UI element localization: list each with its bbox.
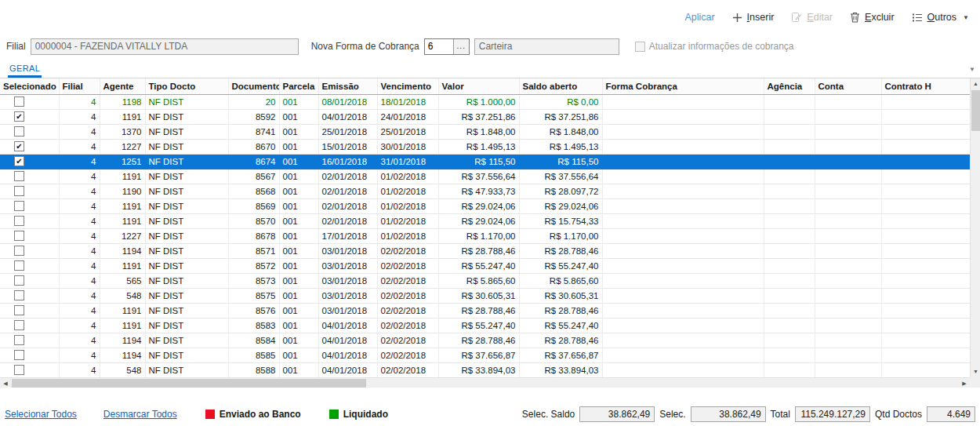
cell-conta — [815, 198, 881, 213]
cell-selecionado — [0, 318, 59, 333]
cell-contrato — [881, 288, 970, 303]
cell-valor: R$ 1.848,00 — [438, 124, 519, 139]
apply-button[interactable]: Aplicar — [684, 12, 714, 23]
others-button[interactable]: Outros ▼ — [912, 12, 969, 23]
row-checkbox[interactable] — [14, 260, 24, 271]
column-header-tipo_docto[interactable]: Tipo Docto — [145, 78, 228, 94]
cell-contrato — [881, 273, 970, 288]
lookup-button[interactable]: ... — [453, 39, 469, 54]
v-scrollbar[interactable]: ▲ ▼ — [970, 78, 980, 377]
cell-contrato — [881, 213, 970, 228]
atualizar-checkbox[interactable] — [635, 42, 645, 52]
column-header-saldo_aberto[interactable]: Saldo aberto — [519, 78, 602, 94]
table-row[interactable]: 41198NF DIST2000108/01/201818/01/2018R$ … — [0, 94, 970, 109]
scroll-up-icon[interactable]: ▲ — [971, 78, 980, 89]
table-row[interactable]: 41191NF DIST856900102/01/201801/02/2018R… — [0, 198, 970, 213]
column-header-valor[interactable]: Valor — [438, 78, 519, 94]
row-checkbox[interactable]: ✔ — [14, 111, 24, 122]
v-scroll-thumb[interactable] — [971, 90, 980, 131]
cell-agente: 1191 — [100, 303, 145, 318]
legend-liquidado-label: Liquidado — [343, 409, 388, 420]
deselect-all-link[interactable]: Desmarcar Todos — [103, 409, 177, 420]
column-header-forma_cobranca[interactable]: Forma Cobrança — [602, 78, 764, 94]
tab-geral[interactable]: GERAL — [8, 60, 42, 78]
table-row[interactable]: 41194NF DIST858500104/01/201802/02/2018R… — [0, 348, 970, 362]
table-row[interactable]: 41194NF DIST858400104/01/201802/02/2018R… — [0, 333, 970, 348]
scroll-left-icon[interactable]: ◀ — [0, 378, 11, 388]
row-checkbox[interactable] — [14, 126, 24, 137]
cell-forma_cobranca — [602, 184, 764, 198]
table-row[interactable]: ✔41251NF DIST867400116/01/201831/01/2018… — [0, 154, 970, 169]
column-header-agente[interactable]: Agente — [100, 78, 145, 94]
cell-selecionado — [0, 94, 59, 109]
select-all-link[interactable]: Selecionar Todos — [5, 409, 77, 420]
cell-parcela: 001 — [279, 303, 318, 318]
cell-contrato — [881, 243, 970, 258]
column-header-filial[interactable]: Filial — [59, 78, 100, 94]
row-checkbox[interactable] — [14, 335, 24, 345]
row-checkbox[interactable] — [14, 350, 24, 360]
table-row[interactable]: 4565NF DIST857300103/01/201802/02/2018R$… — [0, 273, 970, 288]
cell-filial: 4 — [59, 213, 100, 228]
cell-selecionado: ✔ — [0, 109, 59, 124]
scroll-right-icon[interactable]: ▶ — [959, 378, 970, 388]
cell-saldo_aberto: R$ 55.247,40 — [519, 258, 602, 273]
tab-overflow-caret-icon[interactable]: ▼ — [969, 66, 975, 73]
cell-documento: 8568 — [228, 184, 279, 198]
table-row[interactable]: 41190NF DIST856800102/01/201801/02/2018R… — [0, 184, 970, 198]
edit-button[interactable]: Editar — [791, 12, 833, 23]
cell-tipo_docto: NF DIST — [145, 124, 228, 139]
column-header-agencia[interactable]: Agência — [764, 78, 815, 94]
row-checkbox[interactable]: ✔ — [14, 156, 24, 166]
cell-vencimento: 02/02/2018 — [377, 318, 438, 333]
table-row[interactable]: 41191NF DIST856700102/01/201801/02/2018R… — [0, 169, 970, 184]
column-header-contrato[interactable]: Contrato H — [881, 78, 970, 94]
row-checkbox[interactable] — [14, 171, 24, 181]
cell-documento: 8585 — [228, 348, 279, 362]
filial-input[interactable] — [31, 38, 299, 55]
row-checkbox[interactable] — [14, 290, 24, 300]
table-row[interactable]: 41194NF DIST857100103/01/201802/02/2018R… — [0, 243, 970, 258]
insert-button[interactable]: Inserir — [732, 12, 775, 23]
table-row[interactable]: 4548NF DIST857500103/01/201802/02/2018R$… — [0, 288, 970, 303]
row-checkbox[interactable] — [14, 96, 24, 107]
nova-forma-input[interactable] — [425, 39, 453, 54]
row-checkbox[interactable] — [14, 305, 24, 315]
column-header-selecionado[interactable]: Selecionado — [0, 78, 59, 94]
cell-emissao: 03/01/2018 — [318, 303, 377, 318]
row-checkbox[interactable] — [14, 246, 24, 256]
cell-parcela: 001 — [279, 228, 318, 243]
row-checkbox[interactable] — [14, 186, 24, 196]
cell-forma_cobranca — [602, 109, 764, 124]
row-checkbox[interactable] — [14, 275, 24, 286]
table-row[interactable]: ✔41227NF DIST867000115/01/201830/01/2018… — [0, 139, 970, 154]
column-header-emissao[interactable]: Emissão — [318, 78, 377, 94]
table-row[interactable]: 41191NF DIST857000102/01/201801/02/2018R… — [0, 213, 970, 228]
row-checkbox[interactable] — [14, 365, 24, 375]
h-scrollbar[interactable]: ◀ ▶ — [0, 377, 970, 388]
cell-conta — [815, 243, 881, 258]
column-header-conta[interactable]: Conta — [815, 78, 881, 94]
table-row[interactable]: 41191NF DIST857200103/01/201802/02/2018R… — [0, 258, 970, 273]
row-checkbox[interactable] — [14, 201, 24, 211]
row-checkbox[interactable] — [14, 231, 24, 241]
column-header-parcela[interactable]: Parcela — [279, 78, 318, 94]
column-header-vencimento[interactable]: Vencimento — [377, 78, 438, 94]
delete-button[interactable]: Excluir — [850, 12, 895, 23]
cell-parcela: 001 — [279, 258, 318, 273]
row-checkbox[interactable] — [14, 320, 24, 330]
table-row[interactable]: 41227NF DIST867800117/01/201801/02/2018R… — [0, 228, 970, 243]
table-row[interactable]: 41191NF DIST858300104/01/201802/02/2018R… — [0, 318, 970, 333]
table-row[interactable]: 4548NF DIST858800104/01/201802/02/2018R$… — [0, 362, 970, 377]
table-row[interactable]: ✔41191NF DIST859200104/01/201824/01/2018… — [0, 109, 970, 124]
row-checkbox[interactable] — [14, 216, 24, 226]
table-row[interactable]: 41191NF DIST857600103/01/201802/02/2018R… — [0, 303, 970, 318]
h-scroll-thumb[interactable] — [12, 379, 366, 388]
table-row[interactable]: 41370NF DIST874100125/01/201825/01/2018R… — [0, 124, 970, 139]
cell-conta — [815, 228, 881, 243]
atualizar-checkbox-label: Atualizar informações de cobrança — [649, 41, 794, 52]
scroll-down-icon[interactable]: ▼ — [971, 366, 980, 377]
cell-agente: 1191 — [100, 318, 145, 333]
row-checkbox[interactable]: ✔ — [14, 141, 24, 151]
column-header-documento[interactable]: Documento — [228, 78, 279, 94]
